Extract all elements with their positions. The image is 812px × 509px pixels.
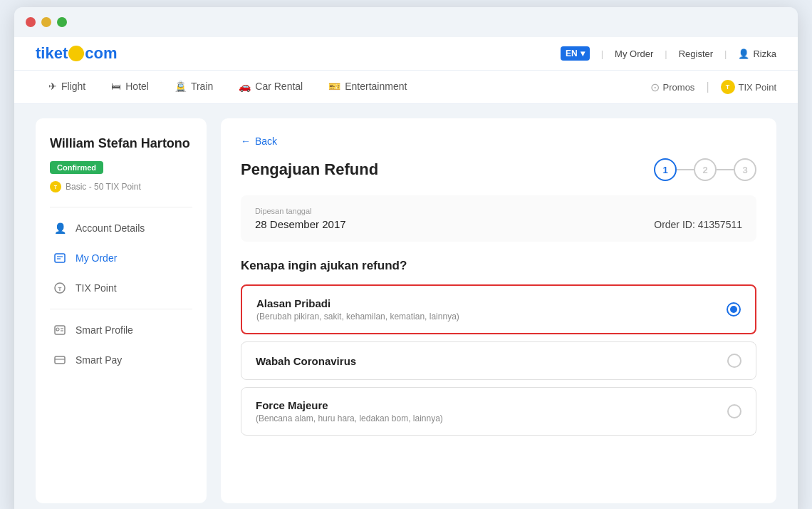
logo-circle: [68, 46, 84, 61]
sidebar-item-smart-profile[interactable]: Smart Profile: [50, 315, 192, 345]
sidebar-username: William Stefan Hartono: [50, 135, 192, 152]
divider-1: |: [601, 48, 603, 59]
divider-3: |: [724, 48, 727, 59]
nav-flight-label: Flight: [61, 81, 85, 92]
right-panel: ← Back Pengajuan Refund 1 2: [221, 118, 776, 503]
radio-inner-personal: [730, 306, 737, 313]
order-label: Dipesan tanggal: [255, 207, 346, 215]
order-date-section: Dipesan tanggal 28 Desember 2017: [255, 207, 346, 230]
divider-2: |: [665, 48, 667, 59]
svg-point-6: [56, 328, 59, 331]
radio-force-majeure[interactable]: [727, 404, 741, 418]
tix-circle-icon: T: [721, 80, 735, 94]
language-button[interactable]: EN ▾: [561, 46, 590, 61]
nav-train[interactable]: 🚊 Train: [162, 71, 226, 103]
step-2: 2: [694, 158, 717, 181]
minimize-dot[interactable]: [41, 17, 51, 27]
nav-car-label: Car Rental: [255, 81, 303, 92]
option-corona-title: Wabah Coronavirus: [256, 355, 356, 367]
tix-point-label: TIX Point: [739, 82, 776, 93]
tix-points-label: T Basic - 50 TIX Point: [50, 181, 192, 192]
refund-option-coronavirus[interactable]: Wabah Coronavirus: [241, 341, 756, 380]
svg-rect-0: [55, 254, 65, 262]
nav-entertainment[interactable]: 🎫 Entertainment: [316, 71, 420, 103]
back-label: Back: [255, 135, 277, 147]
main-content: William Stefan Hartono Confirmed T Basic…: [14, 104, 798, 509]
confirmed-badge: Confirmed: [50, 161, 103, 174]
train-icon: 🚊: [175, 81, 187, 92]
nav-bar: ✈ Flight 🛏 Hotel 🚊 Train 🚗 Car Rental 🎫: [14, 71, 798, 104]
nav-divider: |: [706, 81, 709, 93]
step-line-2: [717, 169, 734, 170]
flight-icon: ✈: [48, 81, 57, 92]
username-label: Rizka: [753, 48, 776, 59]
order-date: 28 Desember 2017: [255, 218, 346, 230]
sidebar: William Stefan Hartono Confirmed T Basic…: [36, 118, 207, 503]
sidebar-my-order-label: My Order: [76, 252, 117, 264]
tix-points-text: Basic - 50 TIX Point: [66, 182, 141, 192]
user-icon: 👤: [738, 48, 749, 59]
option-personal-subtitle: (Berubah pikiran, sakit, kehamilan, kema…: [256, 312, 459, 322]
hotel-icon: 🛏: [111, 81, 121, 92]
back-link[interactable]: ← Back: [241, 135, 756, 147]
title-bar: [14, 7, 798, 37]
back-arrow-icon: ←: [241, 135, 251, 147]
logo-tiket: tiket: [36, 44, 68, 63]
sidebar-item-account-details[interactable]: 👤 Account Details: [50, 213, 192, 243]
promos-label: Promos: [663, 82, 695, 93]
tix-icon: T: [53, 281, 67, 295]
order-icon: [53, 251, 67, 265]
nav-right: ⊙ Promos | T TIX Point: [650, 80, 776, 94]
car-icon: 🚗: [239, 81, 251, 92]
option-force-subtitle: (Bencana alam, huru hara, ledakan bom, l…: [256, 413, 443, 423]
header: tiket com EN ▾ | My Order | Register | 👤…: [14, 37, 798, 71]
option-force-title: Force Majeure: [256, 399, 443, 411]
smart-profile-icon: [53, 323, 67, 337]
tix-point-button[interactable]: T TIX Point: [721, 80, 776, 94]
register-link[interactable]: Register: [679, 48, 713, 59]
option-personal-text: Alasan Pribadi (Berubah pikiran, sakit, …: [256, 297, 459, 322]
smart-pay-icon: [53, 353, 67, 367]
sidebar-smart-profile-label: Smart Profile: [76, 324, 133, 336]
my-order-link[interactable]: My Order: [615, 48, 653, 59]
refund-question: Kenapa ingin ajukan refund?: [241, 259, 756, 273]
sidebar-item-tix-point[interactable]: T TIX Point: [50, 273, 192, 303]
promos-button[interactable]: ⊙ Promos: [650, 81, 695, 94]
close-dot[interactable]: [26, 17, 36, 27]
step-indicator: 1 2 3: [654, 158, 756, 181]
browser-window: tiket com EN ▾ | My Order | Register | 👤…: [14, 7, 798, 509]
header-right: EN ▾ | My Order | Register | 👤 Rizka: [561, 46, 776, 61]
radio-coronavirus[interactable]: [727, 354, 741, 368]
svg-text:T: T: [58, 286, 62, 292]
nav-left: ✈ Flight 🛏 Hotel 🚊 Train 🚗 Car Rental 🎫: [36, 71, 420, 103]
user-menu[interactable]: 👤 Rizka: [738, 48, 776, 59]
option-force-text: Force Majeure (Bencana alam, huru hara, …: [256, 399, 443, 423]
person-icon: 👤: [53, 221, 67, 235]
logo-com: com: [85, 44, 117, 63]
order-id: Order ID: 41357511: [654, 219, 742, 230]
chevron-down-icon: ▾: [581, 48, 585, 58]
sidebar-item-smart-pay[interactable]: Smart Pay: [50, 345, 192, 375]
sidebar-item-my-order[interactable]: My Order: [50, 243, 192, 273]
refund-option-personal[interactable]: Alasan Pribadi (Berubah pikiran, sakit, …: [241, 284, 756, 334]
radio-personal[interactable]: [727, 302, 741, 317]
sidebar-divider-1: [50, 207, 192, 207]
option-corona-text: Wabah Coronavirus: [256, 355, 356, 367]
page-title: Pengajuan Refund: [241, 160, 378, 179]
tix-dot-icon: T: [50, 181, 61, 192]
option-personal-title: Alasan Pribadi: [256, 297, 459, 309]
lang-label: EN: [566, 48, 578, 58]
maximize-dot[interactable]: [57, 17, 67, 27]
logo: tiket com: [36, 44, 118, 63]
page-title-row: Pengajuan Refund 1 2 3: [241, 158, 756, 181]
step-1: 1: [654, 158, 677, 181]
sidebar-account-label: Account Details: [76, 222, 145, 234]
nav-hotel[interactable]: 🛏 Hotel: [98, 71, 162, 103]
nav-car-rental[interactable]: 🚗 Car Rental: [226, 71, 316, 103]
promos-icon: ⊙: [650, 81, 660, 94]
app-body: tiket com EN ▾ | My Order | Register | 👤…: [14, 37, 798, 509]
svg-rect-9: [55, 356, 65, 364]
nav-flight[interactable]: ✈ Flight: [36, 71, 98, 103]
sidebar-tix-label: TIX Point: [76, 282, 117, 294]
refund-option-force-majeure[interactable]: Force Majeure (Bencana alam, huru hara, …: [241, 387, 756, 436]
